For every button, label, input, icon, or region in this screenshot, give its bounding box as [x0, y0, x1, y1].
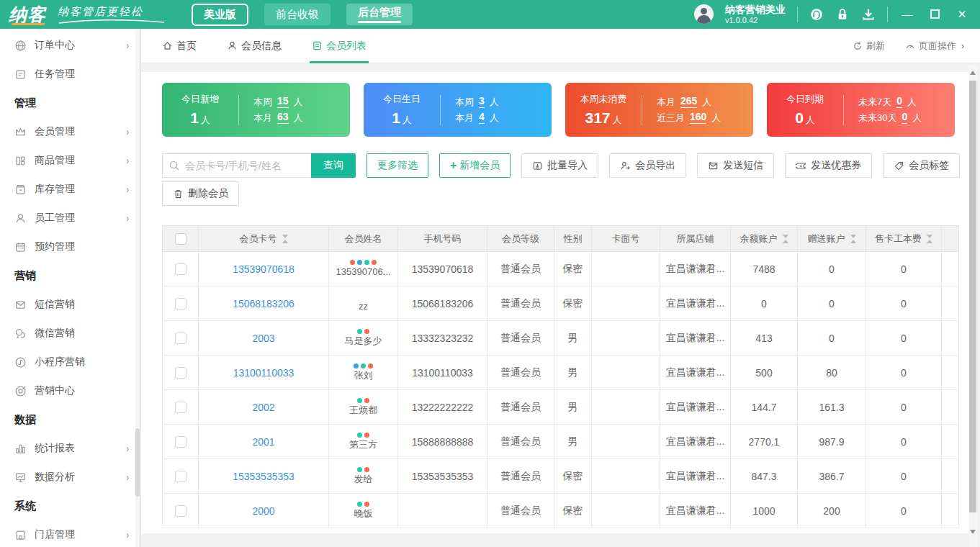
sidebar-item-store-manage[interactable]: 门店管理› — [0, 520, 140, 547]
stat-value: 317 — [585, 109, 610, 126]
sidebar-item-sms-marketing[interactable]: 短信营销 — [0, 290, 140, 319]
export-person-icon — [620, 161, 631, 171]
header-fee[interactable]: 售卡工本费 — [866, 226, 942, 252]
member-tag-dots — [329, 329, 397, 334]
member-card-link[interactable]: 15068183206 — [233, 298, 295, 309]
sort-icon[interactable] — [783, 235, 788, 243]
sidebar-item-label: 任务管理 — [35, 68, 75, 81]
member-card-link[interactable]: 2002 — [252, 402, 274, 413]
more-filter-button[interactable]: 更多筛选 — [367, 153, 428, 178]
member-tag-dots — [329, 294, 397, 299]
row-checkbox[interactable] — [175, 298, 186, 309]
scroll-up-arrow[interactable] — [970, 71, 976, 75]
bar-chart-icon — [14, 443, 27, 455]
header-gift[interactable]: 赠送账户 — [798, 226, 866, 252]
coupon-icon: ¥ — [796, 161, 806, 171]
sidebar-item-marketing-center[interactable]: 营销中心 — [0, 376, 140, 405]
sidebar-item-inventory-manage[interactable]: 库存管理› — [0, 175, 140, 204]
sidebar-item-data-analysis[interactable]: 数据分析› — [0, 463, 140, 492]
member-card-link[interactable]: 2000 — [252, 505, 274, 517]
content-scrollbar[interactable] — [968, 65, 977, 547]
sidebar-item-goods-manage[interactable]: 商品管理› — [0, 146, 140, 175]
delete-member-button[interactable]: 删除会员 — [162, 181, 239, 206]
send-sms-button[interactable]: 发送短信 — [697, 153, 774, 178]
maximize-button[interactable] — [927, 9, 943, 19]
member-card-link[interactable]: 13539070618 — [233, 263, 295, 275]
content-scrollbar-thumb[interactable] — [969, 81, 976, 512]
select-all-checkbox[interactable] — [175, 233, 186, 245]
row-checkbox[interactable] — [175, 402, 186, 413]
search-input[interactable] — [162, 153, 311, 178]
edition-button[interactable]: 美业版 — [192, 4, 248, 26]
lock-icon[interactable] — [835, 7, 850, 22]
stat-sub-value: 265 — [680, 96, 697, 107]
sidebar-scrollbar[interactable] — [135, 29, 140, 547]
refresh-label: 刷新 — [866, 40, 885, 53]
sort-icon[interactable] — [850, 235, 856, 243]
customer-service-icon[interactable] — [809, 7, 824, 22]
sidebar-item-label: 数据分析 — [35, 471, 75, 484]
tab-member-list[interactable]: 会员列表 — [312, 29, 367, 63]
send-coupon-button[interactable]: ¥ 发送优惠券 — [785, 153, 872, 178]
tab-member-info[interactable]: 会员信息 — [227, 29, 282, 63]
table-row: 2001 第三方 15888888888 普通会员 男 宜昌谦谦君... 277… — [163, 425, 959, 459]
sidebar-item-statistics-report[interactable]: 统计报表› — [0, 434, 140, 463]
sidebar: 订单中心› 任务管理 管理 会员管理› 商品管理› 库存管理› 员工管理› 预约… — [0, 29, 141, 547]
app-slogan: 纳客管店更轻松 — [58, 5, 166, 24]
sidebar-item-task-manage[interactable]: 任务管理 — [0, 60, 140, 89]
member-card-link[interactable]: 15353535353 — [233, 471, 295, 482]
monitor-chart-icon — [14, 471, 27, 484]
store-icon — [14, 529, 27, 541]
user-avatar[interactable] — [694, 4, 714, 24]
refresh-button[interactable]: 刷新 — [853, 40, 885, 53]
tab-home[interactable]: 首页 — [162, 29, 197, 63]
page-operations-button[interactable]: 页面操作 › — [905, 40, 964, 53]
sidebar-item-order-center[interactable]: 订单中心› — [0, 31, 140, 60]
sidebar-item-wechat-marketing[interactable]: 微信营销 — [0, 319, 140, 348]
member-tag-button[interactable]: 会员标签 — [883, 153, 960, 178]
member-card-link[interactable]: 2001 — [252, 436, 274, 448]
stat-sub-value: 63 — [277, 112, 289, 123]
table-row: 15068183206 zz 15068183206 普通会员 保密 宜昌谦谦君… — [163, 286, 959, 321]
header-balance[interactable]: 余额账户 — [731, 226, 798, 252]
sort-icon[interactable] — [282, 235, 288, 243]
backend-manage-button[interactable]: 后台管理 — [346, 4, 413, 25]
front-cashier-button[interactable]: 前台收银 — [264, 4, 331, 25]
query-button[interactable]: 查询 — [311, 153, 356, 178]
minimize-button[interactable]: — — [899, 9, 915, 19]
chevron-right-icon: › — [126, 184, 129, 196]
header-card-no[interactable]: 会员卡号 — [199, 226, 329, 252]
stat-title: 今日新增 — [162, 93, 238, 106]
row-checkbox[interactable] — [175, 436, 186, 448]
close-button[interactable]: ✕ — [954, 9, 970, 19]
batch-import-button[interactable]: 批量导入 — [521, 153, 598, 178]
scroll-down-arrow[interactable] — [970, 530, 976, 534]
row-checkbox[interactable] — [175, 263, 186, 275]
sort-icon[interactable] — [927, 235, 932, 243]
sidebar-item-staff-manage[interactable]: 员工管理› — [0, 204, 140, 232]
download-icon[interactable] — [861, 7, 876, 22]
row-checkbox[interactable] — [175, 471, 186, 482]
member-card-link[interactable]: 2003 — [252, 333, 274, 344]
tab-label: 首页 — [176, 40, 197, 53]
member-export-button[interactable]: 会员导出 — [609, 153, 686, 178]
sidebar-item-member-manage[interactable]: 会员管理› — [0, 117, 140, 146]
row-checkbox[interactable] — [175, 333, 186, 344]
sidebar-item-label: 库存管理 — [35, 183, 75, 196]
header-card-face: 卡面号 — [592, 226, 660, 252]
table-header-row: 会员卡号 会员姓名 手机号码 会员等级 性别 卡面号 所属店铺 余额账户 赠送账… — [163, 226, 959, 252]
task-icon — [14, 68, 27, 81]
member-tag-dots — [329, 398, 397, 403]
app-logo: 纳客 — [9, 6, 46, 24]
sidebar-scrollbar-thumb[interactable] — [135, 428, 140, 497]
stat-card-no-consume-week: 本周未消费 317人 本月265人 近三月160人 — [565, 83, 753, 137]
member-card-link[interactable]: 13100110033 — [233, 367, 295, 379]
row-checkbox[interactable] — [175, 505, 186, 517]
sidebar-item-miniprogram-marketing[interactable]: 小程序营销 — [0, 348, 140, 376]
sidebar-item-appointment-manage[interactable]: 预约管理 — [0, 232, 140, 261]
stat-card-birthday-today: 今日生日 1人 本周3人 本月4人 — [364, 83, 552, 137]
add-member-button[interactable]: +新增会员 — [439, 153, 511, 178]
toolbar-row2: 删除会员 — [162, 181, 239, 206]
table-row: 15353535353 发给 15353535353 普通会员 保密 宜昌谦谦君… — [163, 459, 959, 494]
row-checkbox[interactable] — [175, 367, 186, 379]
